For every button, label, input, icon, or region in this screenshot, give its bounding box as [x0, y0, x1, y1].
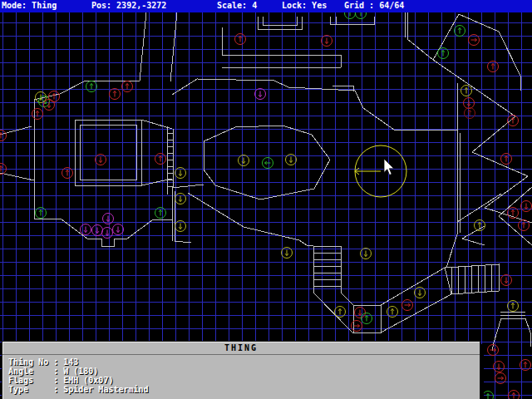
- doom-editor-screen: Mode: ThingPos: 2392,-3272Scale: 4Lock: …: [0, 0, 532, 399]
- thing-info-dialog: THING Thing No : 143Angle : W (180)Flags…: [2, 341, 480, 399]
- dialog-body: Thing No : 143Angle : W (180)Flags : EMH…: [2, 355, 480, 394]
- dialog-row-type: Type : Spider Mastermind: [8, 385, 480, 394]
- dialog-title: THING: [2, 342, 480, 355]
- status-bar: Mode: ThingPos: 2392,-3272Scale: 4Lock: …: [0, 0, 532, 12]
- status-field-grid: Grid : 64/64: [344, 1, 404, 10]
- dialog-row-angle: Angle : W (180): [8, 367, 480, 376]
- status-field-mode: Mode: Thing: [2, 1, 57, 10]
- dialog-row-flags: Flags : EMH (0x07): [8, 376, 480, 385]
- dialog-row-thing-no: Thing No : 143: [8, 357, 480, 367]
- status-field-pos: Pos: 2392,-3272: [91, 1, 166, 10]
- status-field-lock: Lock: Yes: [282, 1, 327, 10]
- status-field-scale: Scale: 4: [217, 1, 257, 10]
